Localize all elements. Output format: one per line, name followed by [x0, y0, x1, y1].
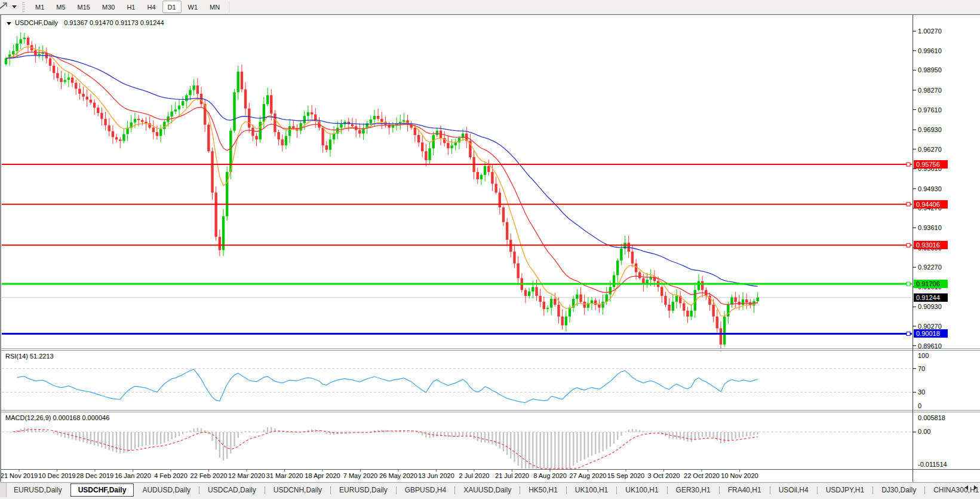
macd-indicator-label: MACD(12,26,9) 0.000168 0.000046 [5, 414, 109, 421]
tab-scroll-left-icon[interactable] [965, 485, 968, 490]
tab-separator [719, 486, 720, 494]
price-axis-tick: 0.92270 [918, 264, 942, 271]
chart-window: USDCHF,Daily0.91367 0.91470 0.91173 0.91… [0, 14, 980, 482]
chart-canvas[interactable] [1, 15, 980, 482]
date-axis-label: 10 Nov 2020 [711, 472, 769, 479]
tab-usdchf-daily[interactable]: USDCHF,Daily [70, 483, 134, 497]
tab-ger30-h1[interactable]: GER30,H1 [671, 484, 715, 496]
tab-strip: EURUSD,DailyUSDCHF,DailyAUDUSD,DailyUSDC… [9, 483, 980, 497]
price-axis-tick: 0.96270 [918, 146, 942, 153]
tab-usdjpy-h1[interactable]: USDJPY,H1 [821, 484, 869, 496]
timeframe-button-h4[interactable]: H4 [142, 1, 161, 13]
tab-separator [396, 486, 397, 494]
macd-axis-tick: 0.005818 [918, 414, 945, 421]
price-level-badge: 0.90018 [914, 329, 948, 338]
price-level-badge: 0.94406 [914, 200, 948, 209]
rsi-axis-tick: 70 [918, 365, 925, 372]
tab-separator [330, 486, 331, 494]
price-level-badge: 0.93016 [914, 241, 948, 249]
timeframe-button-mn[interactable]: MN [204, 1, 225, 13]
price-level-badge: 0.95756 [914, 160, 948, 169]
tab-dj30-daily[interactable]: DJ30,Daily [877, 484, 921, 496]
top-toolbar: M1M5M15M30H1H4D1W1MN [0, 0, 980, 14]
tab-separator [520, 486, 520, 494]
tab-uk100-h1[interactable]: UK100,H1 [570, 484, 613, 496]
price-axis-tick: 0.93610 [918, 224, 942, 231]
tab-eurusd-daily[interactable]: EURUSD,Daily [9, 484, 67, 496]
rsi-indicator-label: RSI(14) 51.2213 [5, 353, 54, 360]
tab-separator [199, 486, 199, 494]
tab-separator [616, 486, 617, 494]
price-axis-tick: 0.90930 [918, 303, 942, 310]
chart-ohlc-values: 0.91367 0.91470 0.91173 0.91244 [64, 19, 164, 26]
timeframe-button-m30[interactable]: M30 [97, 1, 120, 13]
tab-eurusd-daily[interactable]: EURUSD,Daily [334, 484, 392, 496]
price-level-badge: 0.91706 [914, 280, 948, 288]
timeframe-button-m5[interactable]: M5 [51, 1, 70, 13]
chart-tab-bar: EURUSD,DailyUSDCHF,DailyAUDUSD,DailyUSDC… [0, 482, 980, 497]
tab-separator [566, 486, 567, 494]
tab-separator [770, 486, 770, 494]
timeframe-button-m15[interactable]: M15 [72, 1, 96, 13]
price-axis-tick: 0.96930 [918, 126, 942, 133]
rsi-axis-tick: 30 [918, 388, 925, 396]
tab-separator [454, 486, 455, 494]
price-axis-tick: 0.90270 [918, 323, 942, 330]
timeframe-button-d1[interactable]: D1 [162, 1, 182, 13]
tab-scroll-buttons [965, 485, 977, 490]
price-axis-tick: 0.94930 [918, 185, 942, 192]
timeframe-button-group: M1M5M15M30H1H4D1W1MN [29, 1, 226, 13]
chart-title: USDCHF,Daily0.91367 0.91470 0.91173 0.91… [7, 19, 164, 26]
tab-uk100-h1[interactable]: UK100,H1 [620, 484, 663, 496]
tab-fra40-h1[interactable]: FRA40,H1 [723, 484, 766, 496]
toolbar-dropdown-arrow-icon[interactable] [12, 5, 17, 8]
tab-usdcnh-daily[interactable]: USDCNH,Daily [269, 484, 327, 496]
rsi-axis-tick: 0 [918, 402, 921, 409]
price-axis-tick: 0.89610 [918, 342, 942, 350]
tab-separator [265, 486, 265, 494]
tab-separator [817, 486, 818, 494]
price-axis-tick: 0.97610 [918, 106, 942, 114]
price-axis-tick: 0.98950 [918, 66, 942, 74]
timeframe-button-m1[interactable]: M1 [30, 1, 50, 13]
price-axis-tick: 1.00270 [918, 27, 942, 35]
chart-title-symbol: USDCHF,Daily [15, 19, 58, 26]
tab-scroll-right-icon[interactable] [974, 485, 977, 490]
tab-xauusd-daily[interactable]: XAUUSD,Daily [459, 484, 516, 496]
chart-symbol-dropdown-icon[interactable] [7, 22, 11, 25]
toolbar-grip-handle[interactable] [22, 2, 25, 12]
current-price-badge: 0.91244 [914, 293, 948, 302]
trendline-draw-tool-icon[interactable] [0, 2, 10, 12]
tab-usoil-h4[interactable]: USOil,H4 [774, 484, 813, 496]
tab-separator [873, 486, 873, 494]
toolbar-separator [229, 2, 229, 13]
tab-separator [924, 486, 925, 494]
tab-usdcad-daily[interactable]: USDCAD,Daily [203, 484, 261, 496]
tab-hk50-h1[interactable]: HK50,H1 [524, 484, 563, 496]
tab-gbpusd-h4[interactable]: GBPUSD,H4 [400, 484, 451, 496]
macd-axis-tick: 0.00 [918, 428, 930, 435]
tab-audusd-daily[interactable]: AUDUSD,Daily [137, 484, 195, 496]
macd-axis-tick: -0.011514 [918, 461, 947, 468]
mt4-terminal: { "toolbar": { "drawing_tool_icon": "tre… [0, 0, 980, 499]
rsi-axis-tick: 100 [918, 352, 929, 359]
timeframe-button-w1[interactable]: W1 [183, 1, 204, 13]
timeframe-button-h1[interactable]: H1 [121, 1, 140, 13]
price-axis-tick: 0.98270 [918, 87, 942, 94]
tab-bar-corner [0, 483, 7, 498]
tab-separator [667, 486, 668, 494]
price-axis-tick: 0.99610 [918, 47, 942, 54]
